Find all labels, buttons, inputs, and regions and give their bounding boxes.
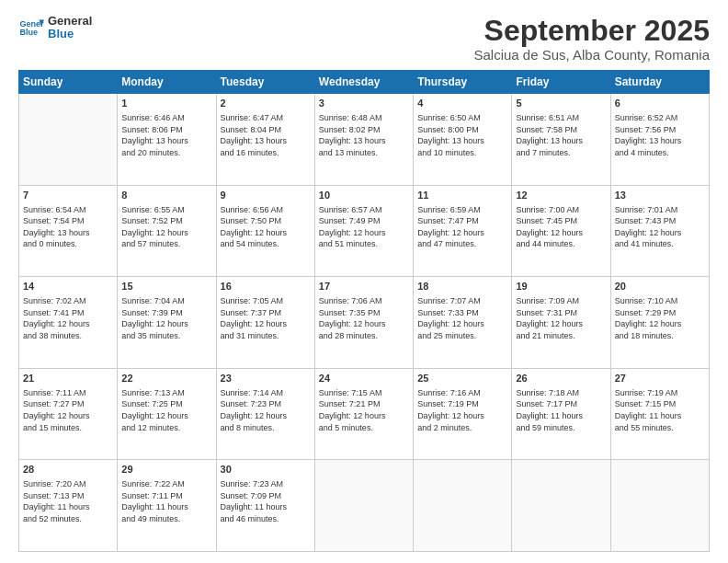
calendar-cell: 17Sunrise: 7:06 AMSunset: 7:35 PMDayligh… bbox=[314, 277, 413, 369]
logo-line1: General bbox=[48, 15, 92, 28]
calendar-cell: 29Sunrise: 7:22 AMSunset: 7:11 PMDayligh… bbox=[118, 460, 216, 552]
day-info: Sunrise: 6:50 AMSunset: 8:00 PMDaylight:… bbox=[417, 112, 507, 158]
calendar-cell bbox=[19, 94, 118, 186]
day-number: 6 bbox=[615, 97, 705, 110]
day-info: Sunrise: 7:14 AMSunset: 7:23 PMDaylight:… bbox=[221, 387, 311, 433]
day-number: 28 bbox=[23, 463, 113, 477]
day-info: Sunrise: 7:02 AMSunset: 7:41 PMDaylight:… bbox=[23, 295, 113, 341]
week-row-3: 14Sunrise: 7:02 AMSunset: 7:41 PMDayligh… bbox=[19, 277, 710, 369]
calendar-cell bbox=[314, 460, 413, 552]
day-number: 24 bbox=[319, 372, 409, 385]
day-number: 15 bbox=[121, 280, 211, 293]
day-info: Sunrise: 7:00 AMSunset: 7:45 PMDaylight:… bbox=[516, 204, 606, 250]
week-row-4: 21Sunrise: 7:11 AMSunset: 7:27 PMDayligh… bbox=[19, 368, 710, 460]
col-header-thursday: Thursday bbox=[414, 71, 512, 94]
calendar-cell: 18Sunrise: 7:07 AMSunset: 7:33 PMDayligh… bbox=[414, 277, 512, 369]
page: General Blue General Blue September 2025… bbox=[0, 0, 728, 563]
calendar-cell: 10Sunrise: 6:57 AMSunset: 7:49 PMDayligh… bbox=[314, 185, 413, 277]
svg-text:Blue: Blue bbox=[19, 29, 38, 38]
day-info: Sunrise: 7:09 AMSunset: 7:31 PMDaylight:… bbox=[516, 295, 606, 341]
calendar-cell bbox=[610, 460, 709, 552]
calendar-cell: 23Sunrise: 7:14 AMSunset: 7:23 PMDayligh… bbox=[216, 368, 314, 460]
day-info: Sunrise: 7:05 AMSunset: 7:37 PMDaylight:… bbox=[221, 295, 311, 341]
day-number: 10 bbox=[319, 189, 409, 202]
day-info: Sunrise: 6:54 AMSunset: 7:54 PMDaylight:… bbox=[23, 204, 113, 250]
day-number: 22 bbox=[121, 372, 211, 385]
day-info: Sunrise: 6:57 AMSunset: 7:49 PMDaylight:… bbox=[319, 204, 409, 250]
day-info: Sunrise: 7:06 AMSunset: 7:35 PMDaylight:… bbox=[319, 295, 409, 341]
day-info: Sunrise: 7:07 AMSunset: 7:33 PMDaylight:… bbox=[417, 295, 507, 341]
day-number: 29 bbox=[121, 463, 211, 477]
title-block: September 2025 Salciua de Sus, Alba Coun… bbox=[473, 15, 710, 63]
day-info: Sunrise: 7:13 AMSunset: 7:25 PMDaylight:… bbox=[121, 387, 211, 433]
calendar-cell: 28Sunrise: 7:20 AMSunset: 7:13 PMDayligh… bbox=[19, 460, 118, 552]
calendar-cell: 3Sunrise: 6:48 AMSunset: 8:02 PMDaylight… bbox=[314, 94, 413, 186]
day-number: 9 bbox=[221, 189, 311, 202]
calendar-header-row: SundayMondayTuesdayWednesdayThursdayFrid… bbox=[19, 71, 710, 94]
day-info: Sunrise: 6:48 AMSunset: 8:02 PMDaylight:… bbox=[319, 112, 409, 158]
day-info: Sunrise: 7:10 AMSunset: 7:29 PMDaylight:… bbox=[615, 295, 705, 341]
col-header-saturday: Saturday bbox=[610, 71, 709, 94]
day-info: Sunrise: 6:56 AMSunset: 7:50 PMDaylight:… bbox=[221, 204, 311, 250]
calendar-cell: 1Sunrise: 6:46 AMSunset: 8:06 PMDaylight… bbox=[118, 94, 216, 186]
day-info: Sunrise: 7:11 AMSunset: 7:27 PMDaylight:… bbox=[23, 387, 113, 433]
col-header-friday: Friday bbox=[512, 71, 610, 94]
calendar-cell: 12Sunrise: 7:00 AMSunset: 7:45 PMDayligh… bbox=[512, 185, 610, 277]
day-info: Sunrise: 7:16 AMSunset: 7:19 PMDaylight:… bbox=[417, 387, 507, 433]
day-number: 26 bbox=[516, 372, 606, 385]
day-number: 20 bbox=[615, 280, 705, 293]
col-header-wednesday: Wednesday bbox=[314, 71, 413, 94]
col-header-sunday: Sunday bbox=[19, 71, 118, 94]
day-info: Sunrise: 7:18 AMSunset: 7:17 PMDaylight:… bbox=[516, 387, 606, 433]
calendar-cell: 13Sunrise: 7:01 AMSunset: 7:43 PMDayligh… bbox=[610, 185, 709, 277]
day-number: 17 bbox=[319, 280, 409, 293]
day-info: Sunrise: 7:22 AMSunset: 7:11 PMDaylight:… bbox=[121, 478, 211, 524]
day-number: 25 bbox=[417, 372, 507, 385]
day-number: 30 bbox=[221, 463, 311, 477]
day-info: Sunrise: 7:01 AMSunset: 7:43 PMDaylight:… bbox=[615, 204, 705, 250]
calendar-cell: 27Sunrise: 7:19 AMSunset: 7:15 PMDayligh… bbox=[610, 368, 709, 460]
calendar-cell: 8Sunrise: 6:55 AMSunset: 7:52 PMDaylight… bbox=[118, 185, 216, 277]
day-info: Sunrise: 7:15 AMSunset: 7:21 PMDaylight:… bbox=[319, 387, 409, 433]
day-number: 12 bbox=[516, 189, 606, 202]
logo: General Blue General Blue bbox=[18, 15, 92, 41]
calendar-cell: 7Sunrise: 6:54 AMSunset: 7:54 PMDaylight… bbox=[19, 185, 118, 277]
calendar-cell: 9Sunrise: 6:56 AMSunset: 7:50 PMDaylight… bbox=[216, 185, 314, 277]
day-info: Sunrise: 6:46 AMSunset: 8:06 PMDaylight:… bbox=[121, 112, 211, 158]
day-info: Sunrise: 6:47 AMSunset: 8:04 PMDaylight:… bbox=[221, 112, 311, 158]
calendar-cell: 30Sunrise: 7:23 AMSunset: 7:09 PMDayligh… bbox=[216, 460, 314, 552]
week-row-1: 1Sunrise: 6:46 AMSunset: 8:06 PMDaylight… bbox=[19, 94, 710, 186]
day-number: 14 bbox=[23, 280, 113, 293]
day-number: 21 bbox=[23, 372, 113, 385]
calendar-cell: 14Sunrise: 7:02 AMSunset: 7:41 PMDayligh… bbox=[19, 277, 118, 369]
calendar-cell: 2Sunrise: 6:47 AMSunset: 8:04 PMDaylight… bbox=[216, 94, 314, 186]
month-title: September 2025 bbox=[473, 15, 710, 47]
day-info: Sunrise: 6:59 AMSunset: 7:47 PMDaylight:… bbox=[417, 204, 507, 250]
calendar-cell bbox=[414, 460, 512, 552]
week-row-5: 28Sunrise: 7:20 AMSunset: 7:13 PMDayligh… bbox=[19, 460, 710, 552]
day-number: 4 bbox=[417, 97, 507, 110]
calendar-cell: 25Sunrise: 7:16 AMSunset: 7:19 PMDayligh… bbox=[414, 368, 512, 460]
calendar-cell: 20Sunrise: 7:10 AMSunset: 7:29 PMDayligh… bbox=[610, 277, 709, 369]
header: General Blue General Blue September 2025… bbox=[18, 15, 710, 63]
day-number: 13 bbox=[615, 189, 705, 202]
logo-line2: Blue bbox=[48, 28, 92, 40]
calendar-cell: 26Sunrise: 7:18 AMSunset: 7:17 PMDayligh… bbox=[512, 368, 610, 460]
calendar-cell: 4Sunrise: 6:50 AMSunset: 8:00 PMDaylight… bbox=[414, 94, 512, 186]
day-info: Sunrise: 7:19 AMSunset: 7:15 PMDaylight:… bbox=[615, 387, 705, 433]
calendar-cell: 16Sunrise: 7:05 AMSunset: 7:37 PMDayligh… bbox=[216, 277, 314, 369]
day-number: 8 bbox=[121, 189, 211, 202]
calendar-cell bbox=[512, 460, 610, 552]
day-info: Sunrise: 7:04 AMSunset: 7:39 PMDaylight:… bbox=[121, 295, 211, 341]
day-number: 2 bbox=[221, 97, 311, 110]
day-number: 18 bbox=[417, 280, 507, 293]
day-number: 19 bbox=[516, 280, 606, 293]
day-info: Sunrise: 6:55 AMSunset: 7:52 PMDaylight:… bbox=[121, 204, 211, 250]
calendar-cell: 22Sunrise: 7:13 AMSunset: 7:25 PMDayligh… bbox=[118, 368, 216, 460]
day-number: 23 bbox=[221, 372, 311, 385]
day-number: 1 bbox=[121, 97, 211, 110]
calendar-cell: 6Sunrise: 6:52 AMSunset: 7:56 PMDaylight… bbox=[610, 94, 709, 186]
day-number: 7 bbox=[23, 189, 113, 202]
day-number: 16 bbox=[221, 280, 311, 293]
day-info: Sunrise: 6:52 AMSunset: 7:56 PMDaylight:… bbox=[615, 112, 705, 158]
